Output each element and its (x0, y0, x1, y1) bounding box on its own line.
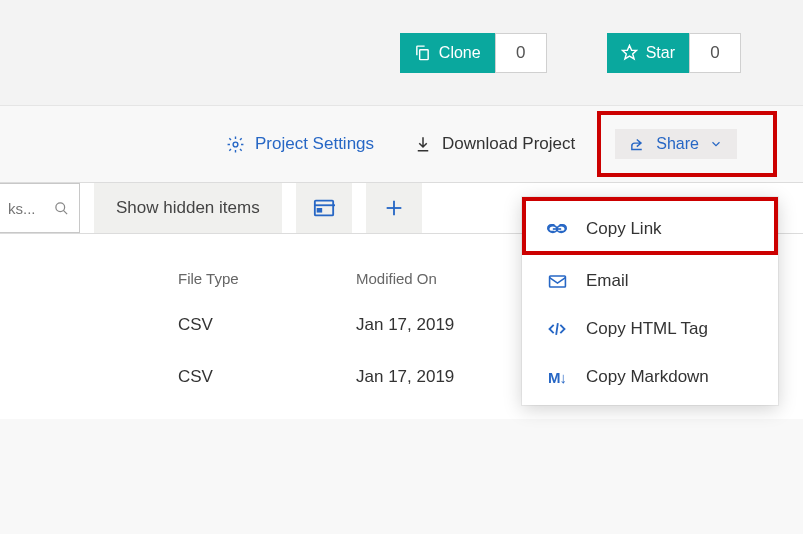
header-filetype: File Type (178, 270, 356, 287)
clone-label: Clone (439, 44, 481, 62)
menu-copy-markdown[interactable]: M↓ Copy Markdown (522, 353, 778, 401)
cell-modified: Jan 17, 2019 (356, 367, 536, 387)
svg-point-2 (233, 142, 238, 147)
cell-filetype: CSV (178, 315, 356, 335)
svg-rect-7 (316, 208, 322, 213)
menu-copy-html[interactable]: Copy HTML Tag (522, 305, 778, 353)
settings-label: Project Settings (255, 134, 374, 154)
add-button[interactable] (366, 183, 422, 233)
star-label: Star (646, 44, 675, 62)
star-icon (621, 44, 638, 61)
svg-line-13 (556, 323, 558, 335)
share-menu: Copy Link Email Copy HTML Tag M↓ Copy Ma… (522, 197, 778, 405)
star-group: Star 0 (607, 33, 741, 73)
clone-button[interactable]: Clone (400, 33, 495, 73)
share-icon (629, 136, 646, 153)
menu-copy-link[interactable]: Copy Link (522, 201, 778, 257)
search-icon (54, 201, 69, 216)
copy-icon (414, 44, 431, 61)
clone-count: 0 (495, 33, 547, 73)
plus-icon (383, 197, 405, 219)
show-hidden-button[interactable]: Show hidden items (94, 183, 282, 233)
star-button[interactable]: Star (607, 33, 689, 73)
mail-icon (546, 274, 568, 289)
actions-row: Project Settings Download Project Share (0, 106, 803, 182)
menu-label: Copy Link (586, 219, 662, 239)
svg-point-3 (56, 202, 65, 211)
terminal-icon (313, 197, 335, 219)
menu-label: Copy HTML Tag (586, 319, 708, 339)
download-project-link[interactable]: Download Project (414, 134, 575, 154)
menu-label: Email (586, 271, 629, 291)
menu-label: Copy Markdown (586, 367, 709, 387)
svg-line-4 (63, 210, 67, 214)
svg-marker-1 (622, 45, 636, 58)
cell-filetype: CSV (178, 367, 356, 387)
download-icon (414, 135, 432, 153)
share-label: Share (656, 135, 699, 153)
top-bar: Clone 0 Star 0 (0, 0, 803, 106)
clone-group: Clone 0 (400, 33, 547, 73)
svg-rect-12 (549, 275, 565, 286)
search-input[interactable] (8, 200, 48, 217)
star-count: 0 (689, 33, 741, 73)
search-box[interactable] (0, 183, 80, 233)
download-label: Download Project (442, 134, 575, 154)
cell-modified: Jan 17, 2019 (356, 315, 536, 335)
terminal-button[interactable] (296, 183, 352, 233)
markdown-icon: M↓ (546, 369, 568, 386)
gear-icon (226, 135, 245, 154)
show-hidden-label: Show hidden items (116, 198, 260, 218)
project-settings-link[interactable]: Project Settings (226, 134, 374, 154)
menu-email[interactable]: Email (522, 257, 778, 305)
code-icon (546, 321, 568, 337)
link-icon (546, 222, 568, 236)
header-modified: Modified On (356, 270, 536, 287)
share-dropdown[interactable]: Share (615, 129, 737, 159)
chevron-down-icon (709, 137, 723, 151)
svg-rect-0 (420, 50, 429, 60)
